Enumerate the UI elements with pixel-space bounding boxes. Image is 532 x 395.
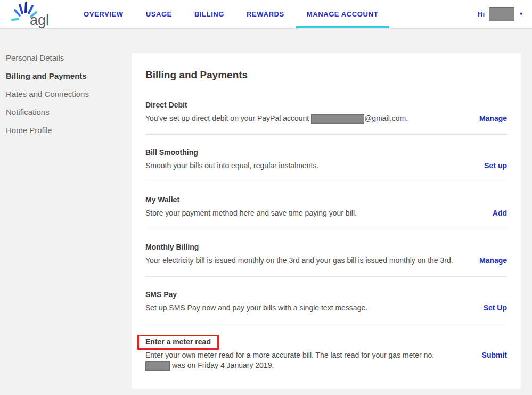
section-body: Set up SMS Pay now and pay your bills wi…: [145, 303, 507, 313]
top-header: agl OVERVIEW USAGE BILLING REWARDS MANAG…: [0, 0, 532, 29]
submit-link[interactable]: Submit: [482, 350, 507, 360]
nav-tab-label: USAGE: [146, 10, 172, 18]
add-link[interactable]: Add: [493, 208, 507, 218]
agl-logo-burst-icon: agl: [11, 1, 60, 28]
sidebar-item-label: Billing and Payments: [6, 71, 87, 80]
manage-link[interactable]: Manage: [479, 113, 507, 124]
section-body: Enter your own meter read for a more acc…: [145, 350, 507, 371]
section-body: Smooth your bills out into equal, regula…: [145, 161, 507, 171]
sidebar-item-billing-and-payments[interactable]: Billing and Payments: [6, 71, 132, 81]
nav-tab-label: BILLING: [194, 10, 224, 18]
billing-payments-card: Billing and Payments Direct Debit You've…: [132, 53, 521, 389]
page-title: Billing and Payments: [145, 69, 507, 81]
section-title-text: Direct Debit: [145, 101, 187, 109]
section-title: Bill Smoothing: [145, 147, 507, 158]
sidebar-item-label: Notifications: [6, 108, 50, 117]
nav-tab-billing[interactable]: BILLING: [183, 0, 235, 29]
section-title: SMS Pay: [145, 290, 507, 300]
section-title: Monthly Billing: [145, 242, 507, 252]
redacted-text: [311, 114, 364, 124]
section-direct-debit: Direct Debit You've set up direct debit …: [145, 100, 507, 135]
section-title-text: Bill Smoothing: [145, 148, 198, 157]
highlighted-section-title-text: Enter a meter read: [137, 335, 219, 350]
greeting-label: Hi: [478, 10, 485, 18]
section-title-text: Monthly Billing: [145, 243, 199, 251]
nav-tab-label: MANAGE ACCOUNT: [307, 10, 378, 18]
section-description: Store your payment method here and save …: [145, 208, 357, 218]
section-title: Direct Debit: [145, 100, 507, 110]
nav-tab-manage-account[interactable]: MANAGE ACCOUNT: [296, 0, 389, 29]
section-description: Set up SMS Pay now and pay your bills wi…: [145, 303, 367, 313]
section-body: Your electricity bill is issued monthly …: [145, 256, 507, 266]
section-title: Enter a meter read: [145, 337, 507, 347]
settings-sidebar: Personal Details Billing and Payments Ra…: [0, 29, 132, 144]
sections-list: Direct Debit You've set up direct debit …: [145, 100, 507, 381]
section-body: Store your payment method here and save …: [145, 208, 507, 218]
sidebar-item-home-profile[interactable]: Home Profile: [6, 126, 132, 135]
redacted-text: [145, 361, 170, 371]
set-up-link[interactable]: Set Up: [484, 303, 507, 313]
section-description: Enter your own meter read for a more acc…: [145, 350, 457, 371]
section-description: Smooth your bills out into equal, regula…: [145, 161, 318, 171]
nav-tab-usage[interactable]: USAGE: [135, 0, 183, 29]
section-body: You've set up direct debit on your PayPa…: [145, 113, 507, 124]
sidebar-item-label: Personal Details: [6, 53, 64, 62]
section-title: My Wallet: [145, 195, 507, 205]
set-up-link[interactable]: Set up: [484, 161, 507, 171]
page-body: Personal Details Billing and Payments Ra…: [0, 29, 532, 395]
section-sms-pay: SMS Pay Set up SMS Pay now and pay your …: [145, 277, 507, 324]
section-description: Your electricity bill is issued monthly …: [145, 256, 453, 266]
user-menu[interactable]: Hi ▼: [478, 7, 523, 21]
section-description: You've set up direct debit on your PayPa…: [145, 113, 408, 124]
section-title-text: SMS Pay: [145, 290, 177, 299]
section-title-text: My Wallet: [145, 195, 179, 204]
section-bill-smoothing: Bill Smoothing Smooth your bills out int…: [145, 135, 507, 182]
sidebar-item-rates-and-connections[interactable]: Rates and Connections: [6, 89, 132, 99]
caret-down-icon: ▼: [519, 12, 523, 17]
nav-tab-label: REWARDS: [247, 10, 284, 18]
nav-tab-overview[interactable]: OVERVIEW: [72, 0, 135, 29]
manage-link[interactable]: Manage: [479, 256, 507, 266]
section-monthly-billing: Monthly Billing Your electricity bill is…: [145, 229, 507, 277]
sidebar-item-label: Home Profile: [6, 126, 52, 135]
primary-nav: OVERVIEW USAGE BILLING REWARDS MANAGE AC…: [72, 0, 389, 29]
sidebar-item-personal-details[interactable]: Personal Details: [6, 53, 132, 63]
section-enter-a-meter-read: Enter a meter read Enter your own meter …: [145, 324, 507, 381]
user-name-redacted: [489, 7, 514, 21]
nav-tab-label: OVERVIEW: [84, 10, 124, 18]
agl-logo-text: agl: [30, 12, 49, 28]
agl-logo[interactable]: agl: [11, 1, 60, 28]
section-my-wallet: My Wallet Store your payment method here…: [145, 182, 507, 229]
nav-tab-rewards[interactable]: REWARDS: [235, 0, 296, 29]
sidebar-item-label: Rates and Connections: [6, 89, 89, 98]
sidebar-item-notifications[interactable]: Notifications: [6, 108, 132, 117]
